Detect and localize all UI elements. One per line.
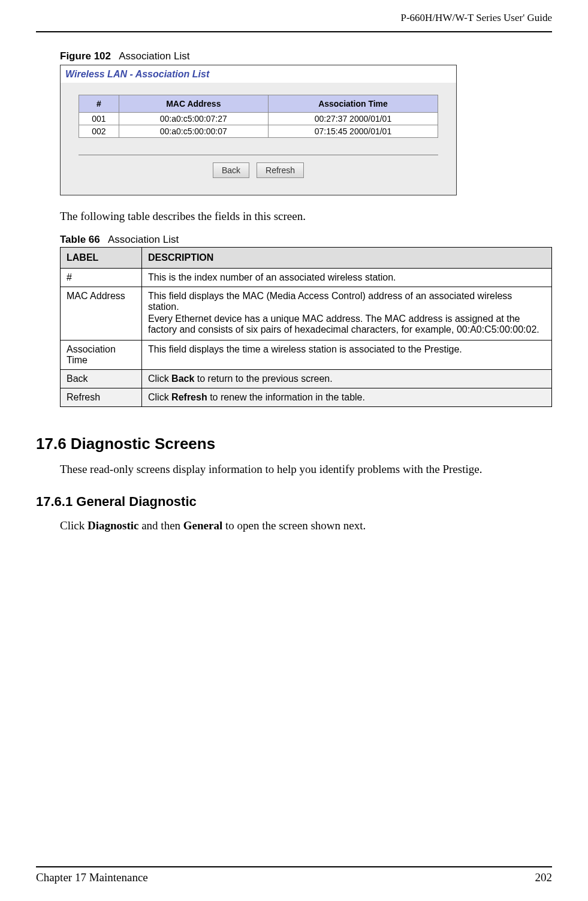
- label-cell: Association Time: [61, 340, 142, 370]
- col-time: Association Time: [268, 95, 438, 113]
- col-mac: MAC Address: [119, 95, 268, 113]
- table-row: 002 00:a0:c5:00:00:07 07:15:45 2000/01/0…: [79, 125, 438, 138]
- desc-bold: Refresh: [171, 392, 207, 402]
- col-index: #: [79, 95, 119, 113]
- table-row: Association Time This field displays the…: [61, 340, 552, 370]
- table-row: 001 00:a0:c5:00:07:27 00:27:37 2000/01/0…: [79, 113, 438, 125]
- figure-title: Association List: [119, 50, 189, 62]
- cell-idx: 002: [79, 125, 119, 138]
- footer-page-number: 202: [535, 871, 553, 884]
- desc-cell: This field displays the MAC (Media Acces…: [142, 287, 552, 340]
- cell-time: 00:27:37 2000/01/01: [268, 113, 438, 125]
- panel-title: Wireless LAN - Association List: [61, 65, 456, 83]
- text-part: to open the screen shown next.: [222, 519, 366, 532]
- desc-cell: Click Refresh to renew the information i…: [142, 388, 552, 407]
- section-heading-17-6: 17.6 Diagnostic Screens: [36, 435, 552, 453]
- table-row: Back Click Back to return to the previou…: [61, 370, 552, 388]
- desc-p1: This field displays the MAC (Media Acces…: [148, 291, 545, 312]
- text-bold: General: [183, 519, 222, 532]
- association-table: # MAC Address Association Time 001 00:a0…: [79, 95, 438, 138]
- table-number: Table 66: [60, 234, 100, 245]
- table-title: Association List: [108, 234, 179, 245]
- header-rule: [36, 31, 552, 32]
- text-bold: Diagnostic: [88, 519, 139, 532]
- table-caption: Table 66 Association List: [60, 234, 552, 246]
- figure-caption: Figure 102 Association List: [60, 50, 552, 62]
- screenshot-association-list: Wireless LAN - Association List # MAC Ad…: [60, 65, 457, 195]
- text-part: Click: [60, 519, 88, 532]
- table-row: # This is the index number of an associa…: [61, 269, 552, 287]
- desc-cell: This field displays the time a wireless …: [142, 340, 552, 370]
- refresh-button[interactable]: Refresh: [257, 162, 304, 178]
- table-row: MAC Address This field displays the MAC …: [61, 287, 552, 340]
- desc-cell: Click Back to return to the previous scr…: [142, 370, 552, 388]
- text-part: and then: [138, 519, 183, 532]
- label-cell: #: [61, 269, 142, 287]
- description-table: LABEL DESCRIPTION # This is the index nu…: [60, 247, 552, 407]
- desc-bold: Back: [171, 373, 194, 384]
- head-desc: DESCRIPTION: [142, 248, 552, 269]
- label-cell: MAC Address: [61, 287, 142, 340]
- figure-number: Figure 102: [60, 50, 111, 62]
- desc-text: Click: [148, 392, 171, 402]
- desc-p2: Every Ethernet device has a unique MAC a…: [148, 314, 545, 335]
- cell-mac: 00:a0:c5:00:07:27: [119, 113, 268, 125]
- page-footer: Chapter 17 Maintenance 202: [36, 866, 552, 884]
- cell-mac: 00:a0:c5:00:00:07: [119, 125, 268, 138]
- head-label: LABEL: [61, 248, 142, 269]
- footer-chapter: Chapter 17 Maintenance: [36, 871, 148, 884]
- section-text-17-6-1: Click Diagnostic and then General to ope…: [60, 519, 552, 532]
- footer-rule: [36, 866, 552, 867]
- table-row: Refresh Click Refresh to renew the infor…: [61, 388, 552, 407]
- desc-text: Click: [148, 373, 171, 384]
- desc-cell: This is the index number of an associate…: [142, 269, 552, 287]
- desc-text: to renew the information in the table.: [207, 392, 365, 402]
- cell-idx: 001: [79, 113, 119, 125]
- intro-text: The following table describes the fields…: [60, 210, 552, 223]
- divider: [79, 155, 438, 155]
- label-cell: Back: [61, 370, 142, 388]
- header-guide-title: P-660H/HW/W-T Series User' Guide: [36, 12, 552, 24]
- section-heading-17-6-1: 17.6.1 General Diagnostic: [36, 494, 552, 510]
- cell-time: 07:15:45 2000/01/01: [268, 125, 438, 138]
- back-button[interactable]: Back: [213, 162, 249, 178]
- section-text-17-6: These read-only screens display informat…: [60, 463, 552, 476]
- desc-text: to return to the previous screen.: [194, 373, 332, 384]
- label-cell: Refresh: [61, 388, 142, 407]
